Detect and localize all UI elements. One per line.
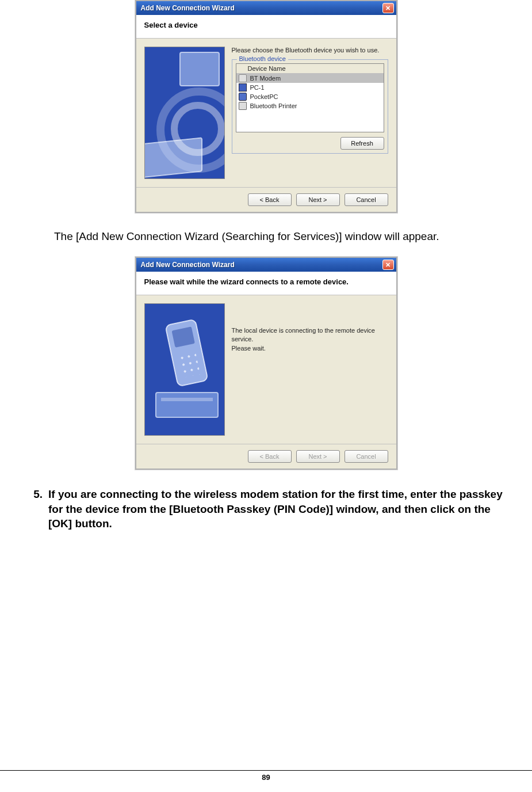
instruction-text: Please choose the Bluetooth device you w… [232, 47, 388, 54]
device-label: PocketPC [250, 93, 278, 100]
device-label: BT Modem [250, 75, 281, 82]
page-number: 89 [262, 773, 270, 782]
device-label: PC-1 [250, 84, 265, 91]
status-text: The local device is connecting to the re… [232, 326, 388, 344]
titlebar: Add New Connection Wizard ✕ [136, 1, 396, 15]
back-button[interactable]: < Back [248, 193, 292, 206]
wizard-header: Select a device [136, 15, 396, 39]
status-text: Please wait. [232, 344, 388, 353]
printer-icon [239, 102, 247, 110]
device-list[interactable]: Device Name BT Modem PC-1 [236, 63, 384, 132]
window-title: Add New Connection Wizard [141, 261, 235, 269]
wizard-header-text: Please wait while the wizard connects to… [144, 277, 349, 286]
page-footer: 89 [0, 770, 532, 782]
next-button[interactable]: Next > [296, 193, 340, 206]
pocketpc-icon [239, 93, 247, 101]
list-item[interactable]: BT Modem [236, 74, 384, 83]
wizard-header: Please wait while the wizard connects to… [136, 272, 396, 295]
close-icon[interactable]: ✕ [382, 260, 394, 270]
next-button: Next > [296, 450, 340, 463]
step-text: If you are connecting to the wireless mo… [48, 487, 503, 531]
cancel-button[interactable]: Cancel [345, 193, 388, 206]
list-item[interactable]: PocketPC [236, 92, 384, 101]
step-instruction: 5. If you are connecting to the wireless… [29, 487, 503, 531]
pc-icon [239, 83, 247, 92]
bluetooth-device-group: Bluetooth device Device Name BT Modem PC… [232, 59, 388, 154]
wizard-select-device: Add New Connection Wizard ✕ Select a dev… [135, 0, 397, 213]
refresh-button[interactable]: Refresh [340, 137, 384, 150]
list-item[interactable]: PC-1 [236, 83, 384, 92]
cancel-button: Cancel [345, 450, 388, 463]
step-number: 5. [29, 487, 43, 531]
wizard-side-image [144, 47, 225, 179]
back-button: < Back [248, 450, 292, 463]
wizard-connecting: Add New Connection Wizard ✕ Please wait … [135, 257, 397, 470]
modem-icon [239, 74, 247, 82]
close-icon[interactable]: ✕ [382, 3, 394, 13]
window-title: Add New Connection Wizard [141, 4, 235, 12]
groupbox-label: Bluetooth device [237, 55, 288, 62]
device-label: Bluetooth Printer [250, 102, 297, 109]
list-item[interactable]: Bluetooth Printer [236, 101, 384, 111]
wizard-header-text: Select a device [144, 21, 198, 29]
wizard-side-image [144, 303, 225, 436]
titlebar: Add New Connection Wizard ✕ [136, 258, 396, 272]
device-column-header[interactable]: Device Name [236, 64, 384, 74]
caption-text: The [Add New Connection Wizard (Searchin… [54, 230, 515, 243]
